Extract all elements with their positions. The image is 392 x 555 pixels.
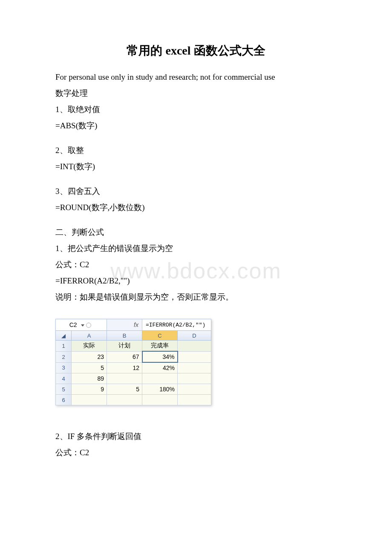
body-text: 3、四舍五入	[55, 183, 337, 199]
section-heading: 二、判断公式	[55, 224, 337, 240]
row-header[interactable]: 2	[56, 351, 72, 362]
cell[interactable]: 5	[107, 384, 142, 395]
cell[interactable]: 12	[107, 362, 142, 373]
body-text: 2、IF 多条件判断返回值	[55, 428, 337, 445]
col-header-a[interactable]: A	[72, 331, 107, 341]
cell[interactable]: 67	[107, 351, 142, 362]
col-header-b[interactable]: B	[107, 331, 142, 341]
cell[interactable]: 实际	[72, 341, 107, 352]
fx-button[interactable]: fx	[107, 319, 142, 331]
cell[interactable]	[142, 395, 178, 405]
cell[interactable]	[178, 351, 211, 362]
body-text: 2、取整	[55, 142, 337, 159]
formula-bar: C2 fx =IFERROR(A2/B2,"")	[56, 319, 211, 331]
excel-screenshot: C2 fx =IFERROR(A2/B2,"") ◢ A B C D 1	[55, 319, 211, 405]
body-text: 公式：C2	[55, 445, 337, 461]
circle-icon	[86, 323, 91, 328]
body-text: 说明：如果是错误值则显示为空，否则正常显示。	[55, 289, 337, 305]
formula-text: =IFERROR(A2/B2,"")	[55, 273, 337, 289]
row-header[interactable]: 5	[56, 384, 72, 395]
cell[interactable]	[72, 395, 107, 405]
cell[interactable]: 5	[72, 362, 107, 373]
row-header[interactable]: 3	[56, 362, 72, 373]
row-header[interactable]: 4	[56, 373, 72, 384]
body-text: 公式：C2	[55, 257, 337, 273]
formula-text: =ROUND(数字,小数位数)	[55, 199, 337, 216]
body-text: 1、把公式产生的错误值显示为空	[55, 240, 337, 257]
cell[interactable]	[178, 384, 211, 395]
cell[interactable]: 42%	[142, 362, 178, 373]
col-header-d[interactable]: D	[178, 331, 211, 341]
page-title: 常用的 excel 函数公式大全	[55, 43, 337, 59]
table-row: 6	[56, 395, 211, 405]
cell[interactable]: 180%	[142, 384, 178, 395]
cell[interactable]	[178, 362, 211, 373]
select-all-corner[interactable]: ◢	[56, 331, 72, 341]
table-row: 2 23 67 34%	[56, 351, 211, 362]
section-heading: 数字处理	[55, 85, 337, 101]
cell[interactable]	[178, 341, 211, 352]
row-header[interactable]: 6	[56, 395, 72, 405]
cell[interactable]: 计划	[107, 341, 142, 352]
cell[interactable]: 9	[72, 384, 107, 395]
cell[interactable]: 23	[72, 351, 107, 362]
table-row: 3 5 12 42%	[56, 362, 211, 373]
col-header-c[interactable]: C	[142, 331, 178, 341]
table-row: 1 实际 计划 完成率	[56, 341, 211, 352]
cell[interactable]: 89	[72, 373, 107, 384]
table-row: 5 9 5 180%	[56, 384, 211, 395]
formula-text: =ABS(数字)	[55, 118, 337, 134]
cell[interactable]	[107, 395, 142, 405]
name-box-value: C2	[69, 321, 77, 328]
formula-text: =INT(数字)	[55, 159, 337, 175]
chevron-down-icon[interactable]	[81, 324, 84, 327]
cell[interactable]	[178, 395, 211, 405]
cell[interactable]	[107, 373, 142, 384]
row-header[interactable]: 1	[56, 341, 72, 352]
cell[interactable]: 完成率	[142, 341, 178, 352]
column-header-row: ◢ A B C D	[56, 331, 211, 341]
disclaimer-text: For personal use only in study and resea…	[55, 69, 337, 85]
cell-selected[interactable]: 34%	[142, 351, 178, 362]
table-row: 4 89	[56, 373, 211, 384]
formula-input[interactable]: =IFERROR(A2/B2,"")	[142, 319, 211, 331]
body-text: 1、取绝对值	[55, 101, 337, 118]
cell[interactable]	[142, 373, 178, 384]
cell[interactable]	[178, 373, 211, 384]
name-box[interactable]: C2	[56, 319, 107, 331]
